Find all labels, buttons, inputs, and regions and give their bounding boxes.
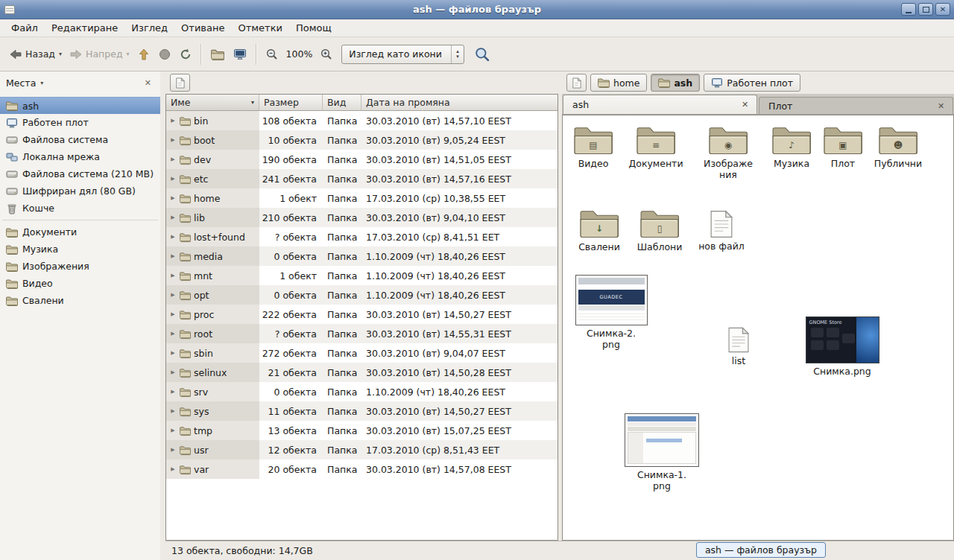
folder-desktop[interactable]: ▣ Плот <box>822 124 864 169</box>
table-row-var[interactable]: ▶var20 обектаПапка30.03.2010 (вт) 14,57,… <box>166 459 557 479</box>
file-snimka-1-png[interactable]: Снимка-1.png <box>622 413 701 491</box>
table-row-usr[interactable]: ▶usr12 обектаПапка17.03.2010 (ср) 8,51,4… <box>166 440 557 459</box>
table-row-lost+found[interactable]: ▶lost+found? обектаПапка17.03.2010 (ср) … <box>166 227 557 246</box>
taskbar-window-button[interactable]: ash — файлов браузър <box>696 542 826 558</box>
close-button[interactable]: ✕ <box>935 3 950 16</box>
sidebar-item-Музика[interactable]: Музика <box>0 241 160 258</box>
folder-music[interactable]: ♪ Музика <box>765 124 818 169</box>
file-snimka-png[interactable]: GNOME Store Снимка.png <box>803 316 882 377</box>
expander-icon[interactable]: ▶ <box>169 253 177 259</box>
stop-button[interactable] <box>154 45 175 64</box>
expander-icon[interactable]: ▶ <box>169 369 177 375</box>
zoom-out-button[interactable] <box>262 45 282 64</box>
places-selector[interactable]: Места ▾ <box>6 77 43 89</box>
expander-icon[interactable]: ▶ <box>169 389 177 395</box>
column-header-name[interactable]: Име ▾ <box>166 95 259 111</box>
expander-icon[interactable]: ▶ <box>169 447 177 453</box>
folder-images[interactable]: ◉ Изображения <box>698 124 758 180</box>
table-row-lib[interactable]: ▶lib210 обектаПапка30.03.2010 (вт) 9,04,… <box>166 208 557 227</box>
up-button[interactable] <box>133 45 154 64</box>
sidebar-item-Файлова система (210 MB)[interactable]: Файлова система (210 MB) <box>0 165 160 182</box>
table-row-selinux[interactable]: ▶selinux21 обектаПапка30.03.2010 (вт) 14… <box>166 363 557 382</box>
folder-documents[interactable]: ≡ Документи <box>625 124 686 169</box>
expander-icon[interactable]: ▶ <box>169 118 177 124</box>
menu-Изглед[interactable]: Изглед <box>124 19 174 36</box>
file-list[interactable]: list <box>716 327 761 366</box>
expander-icon[interactable]: ▶ <box>169 311 177 317</box>
computer-button[interactable] <box>229 45 251 64</box>
location-toggle-button[interactable] <box>566 74 587 92</box>
expander-icon[interactable]: ▶ <box>169 214 177 220</box>
tab-ash[interactable]: ash ✕ <box>563 95 757 114</box>
sidebar-item-Кошче[interactable]: Кошче <box>0 200 160 217</box>
file-new-file[interactable]: нов файл <box>695 208 748 252</box>
column-header-date[interactable]: Дата на промяна <box>361 95 557 111</box>
back-button[interactable]: Назад ▾ <box>5 45 66 64</box>
view-mode-select[interactable]: Изглед като икони ▴ ▾ <box>341 45 464 64</box>
folder-templates[interactable]: ▯ Шаблони <box>634 208 685 252</box>
sidebar-item-Работен плот[interactable]: Работен плот <box>0 114 160 131</box>
tab-close-icon[interactable]: ✕ <box>935 101 947 112</box>
table-row-mnt[interactable]: ▶mnt1 обектПапка1.10.2009 (чт) 18,40,26 … <box>166 266 557 285</box>
table-row-sbin[interactable]: ▶sbin272 обектаПапка30.03.2010 (вт) 9,04… <box>166 343 557 363</box>
sidebar-item-ash[interactable]: ash <box>0 97 160 114</box>
table-row-opt[interactable]: ▶opt0 обектаПапка1.10.2009 (чт) 18,40,26… <box>166 285 557 305</box>
expander-icon[interactable]: ▶ <box>169 234 177 240</box>
expander-icon[interactable]: ▶ <box>169 176 177 182</box>
expander-icon[interactable]: ▶ <box>169 331 177 337</box>
pane-splitter[interactable] <box>160 71 165 560</box>
folder-downloads[interactable]: ↓ Свалени <box>575 208 624 252</box>
minimize-button[interactable] <box>901 3 916 16</box>
titlebar[interactable]: ash — файлов браузър ✕ <box>0 0 954 19</box>
file-snimka-2-png[interactable]: GUADEC Снимка-2.png <box>573 275 649 350</box>
sidebar-item-Файлова система[interactable]: Файлова система <box>0 131 160 148</box>
table-row-bin[interactable]: ▶bin108 обектаПапка30.03.2010 (вт) 14,57… <box>166 111 557 130</box>
expander-icon[interactable]: ▶ <box>169 273 177 279</box>
path-button-home[interactable]: home <box>590 74 647 92</box>
sidebar-item-Изображения[interactable]: Изображения <box>0 258 160 275</box>
expander-icon[interactable]: ▶ <box>169 350 177 356</box>
table-row-srv[interactable]: ▶srv0 обектаПапка1.10.2009 (чт) 18,40,26… <box>166 382 557 401</box>
tab-close-icon[interactable]: ✕ <box>739 99 751 110</box>
folder-public[interactable]: ☻ Публични <box>870 124 926 169</box>
expander-icon[interactable]: ▶ <box>169 292 177 298</box>
sidebar-item-Документи[interactable]: Документи <box>0 223 160 241</box>
maximize-button[interactable] <box>918 3 933 16</box>
table-row-home[interactable]: ▶home1 обектПапка17.03.2010 (ср) 10,38,5… <box>166 188 557 208</box>
sidebar-item-Видео[interactable]: Видео <box>0 275 160 292</box>
menu-Редактиране[interactable]: Редактиране <box>45 19 124 36</box>
expander-icon[interactable]: ▶ <box>169 427 177 433</box>
home-button[interactable] <box>206 45 229 64</box>
zoom-in-button[interactable] <box>316 45 337 64</box>
table-row-root[interactable]: ▶root? обектаПапка30.03.2010 (вт) 14,55,… <box>166 324 557 343</box>
sidebar-item-Локална мрежа[interactable]: Локална мрежа <box>0 148 160 165</box>
tab-plot[interactable]: Плот ✕ <box>759 97 953 114</box>
column-header-size[interactable]: Размер <box>259 95 323 111</box>
back-history-chevron-icon[interactable]: ▾ <box>59 51 62 57</box>
table-row-boot[interactable]: ▶boot10 обектаПапка30.03.2010 (вт) 9,05,… <box>166 130 557 150</box>
reload-button[interactable] <box>175 45 196 64</box>
menu-Отиване[interactable]: Отиване <box>174 19 231 36</box>
table-row-proc[interactable]: ▶proc222 обектаПапка30.03.2010 (вт) 14,5… <box>166 305 557 324</box>
menu-Помощ[interactable]: Помощ <box>289 19 338 36</box>
table-row-media[interactable]: ▶media0 обектаПапка1.10.2009 (чт) 18,40,… <box>166 246 557 266</box>
expander-icon[interactable]: ▶ <box>169 156 177 162</box>
path-button-desktop[interactable]: Работен плот <box>704 74 800 92</box>
sidebar-item-Свалени[interactable]: Свалени <box>0 292 160 309</box>
menu-Файл[interactable]: Файл <box>4 19 45 36</box>
column-header-type[interactable]: Вид <box>323 95 361 111</box>
expander-icon[interactable]: ▶ <box>169 195 177 201</box>
sidebar-item-Шифриран дял (80 GB)[interactable]: Шифриран дял (80 GB) <box>0 182 160 200</box>
search-button[interactable] <box>470 43 494 66</box>
expander-icon[interactable]: ▶ <box>169 137 177 143</box>
path-button-ash[interactable]: ash <box>651 74 700 92</box>
folder-video[interactable]: ▤ Видео <box>569 124 618 169</box>
table-row-sys[interactable]: ▶sys11 обектаПапка30.03.2010 (вт) 14,50,… <box>166 401 557 421</box>
table-row-tmp[interactable]: ▶tmp13 обектаПапка30.03.2010 (вт) 15,07,… <box>166 421 557 440</box>
sidebar-close-button[interactable]: ✕ <box>142 77 154 89</box>
menu-Отметки[interactable]: Отметки <box>231 19 288 36</box>
expander-icon[interactable]: ▶ <box>169 408 177 414</box>
expander-icon[interactable]: ▶ <box>169 466 177 472</box>
location-toggle-button[interactable] <box>170 74 190 92</box>
table-row-etc[interactable]: ▶etc241 обектаПапка30.03.2010 (вт) 14,57… <box>166 169 557 188</box>
